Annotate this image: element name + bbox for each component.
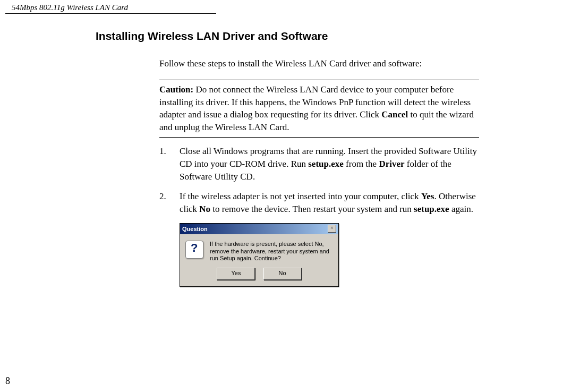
intro-paragraph: Follow these steps to install the Wirele… (159, 57, 479, 70)
step-number: 1. (159, 145, 180, 183)
step-text: from the (344, 159, 379, 169)
step-bold: No (199, 204, 210, 214)
yes-button[interactable]: Yes (217, 268, 255, 280)
product-name: 54Mbps 802.11g Wireless LAN Card (12, 3, 128, 12)
caution-box: Caution: Do not connect the Wireless LAN… (159, 80, 479, 138)
list-item: 1. Close all Windows programs that are r… (159, 145, 479, 183)
question-dialog: Question × If the hardware is present, p… (180, 223, 339, 287)
body-column: Follow these steps to install the Wirele… (159, 57, 479, 216)
step-bold: setup.exe (414, 204, 449, 214)
dialog-button-row: Yes No (180, 266, 338, 286)
page-number: 8 (5, 376, 10, 387)
step-text: If the wireless adapter is not yet inser… (180, 191, 421, 201)
list-item: 2. If the wireless adapter is not yet in… (159, 190, 479, 216)
question-icon (185, 241, 203, 259)
step-text: again. (449, 204, 473, 214)
step-bold: Driver (379, 159, 404, 169)
no-button[interactable]: No (263, 268, 302, 280)
step-text: to remove the device. Then restart your … (210, 204, 414, 214)
dialog-message: If the hardware is present, please selec… (210, 241, 333, 262)
caution-bold-a: Cancel (381, 109, 408, 120)
dialog-body: If the hardware is present, please selec… (180, 234, 338, 266)
step-body: Close all Windows programs that are runn… (180, 145, 479, 183)
caution-label: Caution: (159, 84, 193, 95)
step-number: 2. (159, 190, 180, 216)
close-icon[interactable]: × (328, 225, 336, 233)
dialog-title-text: Question (182, 226, 208, 232)
page-content: Installing Wireless LAN Driver and Softw… (0, 30, 580, 287)
section-title: Installing Wireless LAN Driver and Softw… (96, 30, 580, 42)
step-list: 1. Close all Windows programs that are r… (159, 145, 479, 216)
step-bold: Yes (421, 191, 434, 201)
step-bold: setup.exe (308, 159, 344, 169)
product-header: 54Mbps 802.11g Wireless LAN Card (5, 0, 216, 14)
dialog-titlebar: Question × (180, 224, 338, 234)
step-body: If the wireless adapter is not yet inser… (180, 190, 479, 216)
